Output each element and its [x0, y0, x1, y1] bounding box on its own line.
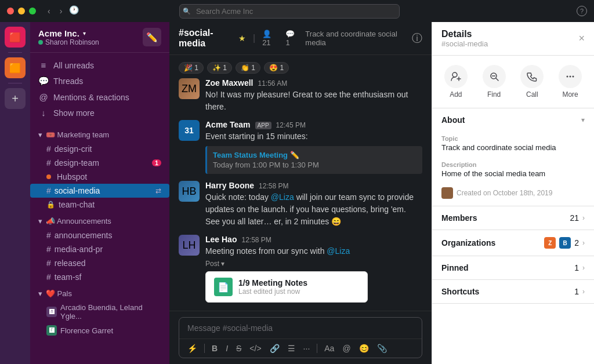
details-action-call[interactable]: Call — [520, 65, 544, 99]
message-author[interactable]: Lee Hao — [205, 235, 237, 244]
message-author[interactable]: Harry Boone — [205, 181, 254, 190]
reaction-sparkles[interactable]: ✨ 1 — [207, 62, 232, 74]
message-author[interactable]: Zoe Maxwell — [205, 78, 253, 88]
maximize-button[interactable] — [29, 8, 36, 14]
toolbar-font-button[interactable]: Aa — [321, 341, 338, 355]
thread-count-icon: 💬 1 — [285, 30, 299, 47]
sidebar-item-mentions[interactable]: @ Mentions & reactions — [30, 89, 169, 105]
workspace-avatar-acme[interactable]: 🟥 — [5, 27, 26, 48]
workspace-name-area[interactable]: Acme Inc. ▾ — [38, 28, 99, 38]
message-author[interactable]: Acme Team — [205, 120, 251, 129]
details-action-add[interactable]: Add — [444, 65, 468, 99]
help-button[interactable]: ? — [577, 6, 587, 16]
about-section-caret-icon: ▾ — [581, 116, 585, 124]
toolbar-code-button[interactable]: </> — [246, 341, 265, 355]
minimize-button[interactable] — [18, 8, 25, 14]
search-input[interactable] — [179, 4, 400, 19]
message-input-area: ⚡ B I S </> 🔗 ☰ ··· Aa @ 😊 📎 — [169, 311, 432, 364]
mention-liza-2[interactable]: @Liza — [327, 246, 350, 256]
avatar-harry: HB — [179, 181, 200, 202]
sidebar-item-show-more[interactable]: ↓ Show more — [30, 105, 169, 121]
toolbar-list-button[interactable]: ☰ — [284, 341, 299, 355]
channel-announcements[interactable]: # announcements — [30, 228, 169, 242]
about-section-header[interactable]: About ▾ — [432, 108, 594, 132]
toolbar-emoji-button[interactable]: 😊 — [356, 341, 372, 355]
description-field: Description Home of the social media tea… — [432, 158, 594, 184]
organizations-row[interactable]: Organizations Z B 2 › — [432, 230, 594, 256]
announcements-caret-icon: ▾ — [38, 217, 42, 225]
svg-point-4 — [567, 76, 568, 78]
toolbar-more-button[interactable]: ··· — [300, 341, 314, 355]
creator-avatar — [441, 187, 453, 199]
close-button[interactable] — [7, 8, 14, 14]
toolbar-attach-button[interactable]: 📎 — [374, 341, 390, 355]
add-workspace-button[interactable]: + — [5, 88, 26, 109]
toolbar-lightning-button[interactable]: ⚡ — [184, 341, 201, 355]
channel-released[interactable]: # released — [30, 256, 169, 270]
file-card[interactable]: 📄 1/9 Meeting Notes Last edited just now — [205, 271, 368, 303]
sidebar-section-marketing: ▾ 🎟️ Marketing team # design-crit # desi… — [30, 128, 169, 212]
event-time: Today from 1:00 PM to 1:30 PM — [213, 161, 416, 169]
message-input[interactable] — [179, 318, 422, 338]
message-time: 11:56 AM — [258, 79, 287, 88]
post-label[interactable]: Post ▾ — [205, 260, 422, 268]
toolbar-bold-button[interactable]: B — [208, 341, 221, 355]
forward-button[interactable]: › — [57, 5, 65, 17]
toolbar-link-button[interactable]: 🔗 — [266, 341, 283, 355]
details-action-find[interactable]: Find — [483, 65, 506, 99]
channel-team-chat[interactable]: 🔒 team-chat — [30, 198, 169, 212]
channel-design-crit[interactable]: # design-crit — [30, 142, 169, 156]
reaction-party[interactable]: 🎉 1 — [179, 62, 204, 74]
channel-team-sf[interactable]: # team-sf — [30, 270, 169, 284]
members-row[interactable]: Members 21 › — [432, 206, 594, 230]
member-arcadio[interactable]: 🅰 Arcadio Buendia, Leland Ygle... — [30, 301, 169, 323]
show-more-icon: ↓ — [38, 108, 49, 118]
event-card[interactable]: Team Status Meeting ✏️ Today from 1:00 P… — [205, 146, 422, 174]
member-florence[interactable]: 🅵 Florence Garret — [30, 323, 169, 338]
about-section: About ▾ Topic Track and coordinate socia… — [432, 108, 594, 206]
sidebar-item-unreads[interactable]: ≡ All unreads — [30, 57, 169, 73]
announcements-section-header[interactable]: ▾ 📣 Announcements — [30, 214, 169, 228]
details-close-button[interactable]: × — [578, 32, 585, 45]
info-icon[interactable]: ⓘ — [412, 31, 422, 45]
description-value: Home of the social media team — [441, 169, 585, 178]
marketing-section-header[interactable]: ▾ 🎟️ Marketing team — [30, 128, 169, 142]
organizations-count: 2 — [574, 238, 579, 247]
pinned-row[interactable]: Pinned 1 › — [432, 256, 594, 280]
message-input-box: ⚡ B I S </> 🔗 ☰ ··· Aa @ 😊 📎 — [179, 317, 422, 358]
icon-bar-divider — [8, 52, 22, 53]
channel-hubspot[interactable]: Hubspot — [30, 170, 169, 184]
toolbar-italic-button[interactable]: I — [222, 341, 231, 355]
shortcuts-row[interactable]: Shortcuts 1 › — [432, 280, 594, 304]
pinned-arrow-icon: › — [582, 264, 585, 272]
reaction-heart-eyes[interactable]: 😍 1 — [264, 62, 289, 74]
search-bar — [179, 4, 400, 19]
channel-name: Hubspot — [57, 172, 87, 181]
file-name: 1/9 Meeting Notes — [238, 278, 359, 287]
announcements-section-label: 📣 Announcements — [46, 217, 111, 225]
workspace-avatar-secondary[interactable]: 🟧 — [5, 57, 26, 78]
message-zoe: ZM Zoe Maxwell 11:56 AM No! It was my pl… — [179, 78, 422, 113]
toolbar-mention-button[interactable]: @ — [339, 341, 354, 355]
reaction-clap[interactable]: 👏 1 — [236, 62, 260, 74]
star-icon[interactable]: ★ — [238, 34, 246, 43]
unreads-icon: ≡ — [38, 60, 49, 70]
back-button[interactable]: ‹ — [45, 5, 53, 17]
pals-section-header[interactable]: ▾ ❤️ Pals — [30, 286, 169, 301]
details-action-more[interactable]: More — [559, 65, 582, 99]
shortcuts-count: 1 — [574, 287, 579, 296]
message-lee: LH Lee Hao 12:58 PM Meeting notes from o… — [179, 235, 422, 303]
compose-button[interactable]: ✏️ — [143, 28, 161, 46]
created-field: Created on October 18th, 2019 — [432, 184, 594, 206]
shortcuts-label: Shortcuts — [441, 287, 479, 296]
sidebar-item-threads[interactable]: 💬 Threads — [30, 73, 169, 89]
show-more-label: Show more — [53, 108, 95, 118]
toolbar-strike-button[interactable]: S — [233, 341, 245, 355]
channel-media-and-pr[interactable]: # media-and-pr — [30, 242, 169, 256]
channel-design-team[interactable]: # design-team 1 — [30, 156, 169, 170]
channel-social-media[interactable]: # social-media ⇄ — [30, 184, 169, 198]
unreads-label: All unreads — [53, 61, 94, 70]
message-text: No! It was my pleasure! Great to see the… — [205, 89, 422, 113]
channel-name: announcements — [55, 231, 113, 240]
mention-liza[interactable]: @Liza — [271, 192, 294, 202]
